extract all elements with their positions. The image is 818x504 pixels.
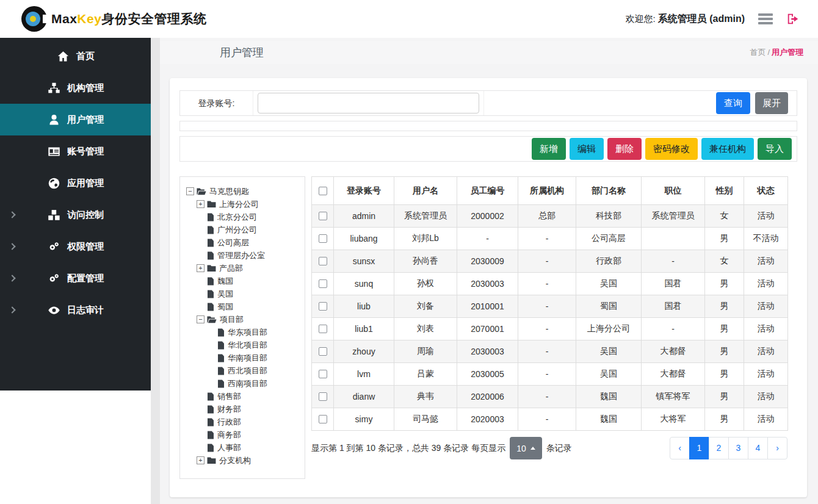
table-cell: 魏国 — [576, 386, 642, 408]
table-cell: admin — [334, 205, 394, 228]
file-icon — [207, 239, 214, 247]
row-select-cell — [312, 273, 334, 295]
sidebar-item-audit[interactable]: 日志审计 — [0, 294, 151, 326]
row-checkbox[interactable] — [319, 347, 327, 356]
folder-open-icon — [197, 187, 206, 195]
table-row[interactable]: dianw典韦2020006-魏国镇军将军男活动 — [312, 386, 788, 408]
add-button[interactable]: 新增 — [532, 138, 566, 160]
menu-toggle-icon[interactable] — [758, 13, 773, 24]
tree-node[interactable]: 华北项目部 — [185, 339, 300, 351]
row-checkbox[interactable] — [319, 392, 327, 401]
tree-node[interactable]: 华东项目部 — [185, 326, 300, 339]
row-checkbox[interactable] — [319, 302, 327, 311]
expand-button[interactable]: 展开 — [755, 92, 788, 114]
next-page-button[interactable]: › — [767, 437, 787, 459]
page-button-2[interactable]: 2 — [709, 437, 729, 459]
expand-icon[interactable]: + — [197, 264, 204, 272]
logout-icon[interactable] — [786, 12, 800, 26]
tree-node[interactable]: 北京分公司 — [185, 211, 300, 223]
tree-node[interactable]: 吴国 — [185, 287, 300, 300]
table-row[interactable]: sunq孙权2030003-吴国国君男活动 — [312, 273, 788, 295]
row-select-cell — [312, 228, 334, 250]
row-checkbox[interactable] — [319, 325, 327, 333]
expand-icon[interactable]: + — [197, 200, 204, 208]
tree-node[interactable]: −马克思钥匙 — [185, 185, 300, 198]
row-checkbox[interactable] — [319, 212, 327, 220]
tree-node[interactable]: 华南项目部 — [185, 351, 300, 364]
tree-node[interactable]: 财务部 — [185, 403, 300, 416]
breadcrumb-home-link[interactable]: 首页 — [750, 48, 766, 57]
tree-node[interactable]: 行政部 — [185, 416, 300, 428]
table-cell: 国君 — [642, 295, 705, 318]
sidebar-item-apps[interactable]: 应用管理 — [0, 167, 151, 199]
tree-node[interactable]: +上海分公司 — [185, 198, 300, 211]
sidebar-item-access[interactable]: 访问控制 — [0, 199, 151, 231]
row-checkbox[interactable] — [319, 234, 327, 243]
tree-node-label: 产品部 — [219, 263, 243, 274]
sidebar-item-accounts[interactable]: 账号管理 — [0, 135, 151, 167]
breadcrumb-current[interactable]: 用户管理 — [772, 48, 803, 57]
sidebar-item-home[interactable]: 首页 — [0, 40, 151, 72]
expand-icon[interactable]: + — [197, 456, 204, 464]
import-button[interactable]: 导入 — [758, 138, 792, 160]
select-all-checkbox[interactable] — [319, 187, 327, 195]
tree-node[interactable]: −项目部 — [185, 313, 300, 326]
column-header: 状态 — [744, 177, 788, 205]
adjunct-org-button[interactable]: 兼任机构 — [701, 138, 754, 160]
prev-page-button[interactable]: ‹ — [670, 437, 690, 459]
delete-button[interactable]: 删除 — [607, 138, 642, 160]
row-checkbox[interactable] — [319, 370, 327, 378]
toolbar: 新增编辑删除密码修改兼任机构导入 — [179, 136, 797, 162]
table-row[interactable]: liub刘备2010001-蜀国国君男活动 — [312, 295, 788, 318]
table-row[interactable]: simy司马懿2020003-魏国大将军男活动 — [312, 408, 788, 431]
table-cell: 总部 — [518, 205, 576, 228]
tree-node[interactable]: 销售部 — [185, 390, 300, 403]
column-header: 登录账号 — [334, 177, 394, 205]
file-icon — [207, 431, 214, 439]
tree-node[interactable]: +分支机构 — [185, 454, 300, 467]
sidebar-item-org[interactable]: 机构管理 — [0, 72, 151, 104]
file-icon — [217, 341, 225, 350]
table-row[interactable]: liub1刘表2070001-上海分公司-男活动 — [312, 318, 788, 340]
sidebar-item-config[interactable]: 配置管理 — [0, 262, 151, 294]
table-cell: 活动 — [744, 273, 788, 295]
maxkey-logo-icon — [21, 5, 48, 32]
row-checkbox[interactable] — [319, 415, 327, 423]
tree-node[interactable]: 公司高层 — [185, 236, 300, 249]
tree-node[interactable]: 魏国 — [185, 275, 300, 287]
login-account-input[interactable] — [258, 93, 479, 113]
sidebar-item-users[interactable]: 用户管理 — [0, 104, 151, 135]
home-icon — [56, 49, 70, 63]
sidebar-item-perms[interactable]: 权限管理 — [0, 231, 151, 262]
edit-button[interactable]: 编辑 — [570, 138, 604, 160]
query-button[interactable]: 查询 — [716, 92, 750, 114]
page-button-4[interactable]: 4 — [748, 437, 768, 459]
tree-node[interactable]: +产品部 — [185, 262, 300, 275]
tree-node[interactable]: 管理层办公室 — [185, 249, 300, 262]
change-password-button[interactable]: 密码修改 — [645, 138, 698, 160]
tree-node[interactable]: 广州分公司 — [185, 223, 300, 236]
collapse-icon[interactable]: − — [186, 187, 194, 195]
row-checkbox[interactable] — [319, 279, 327, 288]
page-button-1[interactable]: 1 — [689, 437, 709, 459]
page-button-3[interactable]: 3 — [728, 437, 748, 459]
collapse-icon[interactable]: − — [197, 315, 204, 323]
table-row[interactable]: sunsx孙尚香2030009-行政部-女活动 — [312, 250, 788, 273]
tree-node[interactable]: 西北项目部 — [185, 364, 300, 377]
row-select-cell — [312, 408, 334, 431]
tree-node[interactable]: 西南项目部 — [185, 377, 300, 390]
sidebar-item-label: 日志审计 — [67, 304, 104, 316]
select-all-header — [312, 177, 334, 205]
table-row[interactable]: zhouy周瑜2030003-吴国大都督男活动 — [312, 340, 788, 363]
row-checkbox[interactable] — [319, 257, 327, 265]
page-size-dropdown[interactable]: 10 — [510, 437, 542, 459]
table-row[interactable]: lvm吕蒙2030005-吴国大都督男活动 — [312, 363, 788, 386]
table-row[interactable]: admin系统管理员2000002总部科技部系统管理员女活动 — [312, 205, 788, 228]
tree-node[interactable]: 商务部 — [185, 428, 300, 441]
table-row[interactable]: liubang刘邦Lb--公司高层男不活动 — [312, 228, 788, 250]
globe-icon — [47, 176, 60, 190]
file-icon — [207, 213, 214, 221]
sidebar-item-label: 权限管理 — [67, 241, 104, 253]
tree-node[interactable]: 人事部 — [185, 441, 300, 454]
tree-node[interactable]: 蜀国 — [185, 300, 300, 313]
